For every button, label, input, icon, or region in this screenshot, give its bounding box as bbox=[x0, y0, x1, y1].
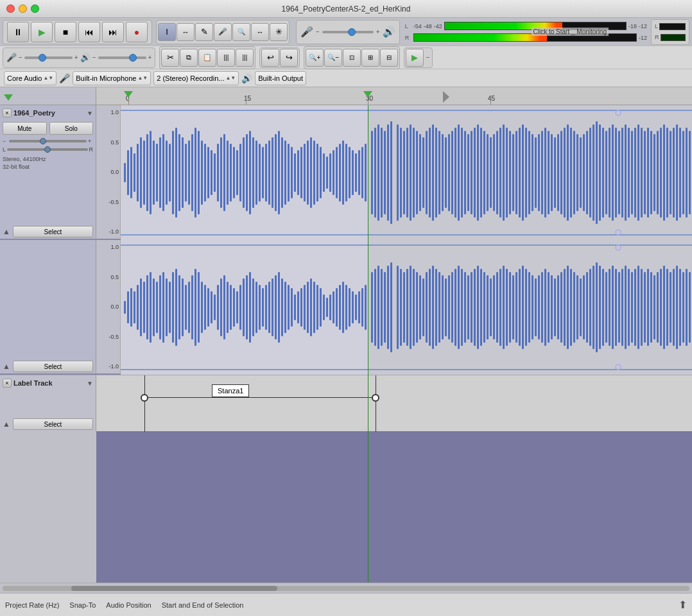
play-meter-L[interactable] bbox=[659, 23, 686, 30]
silence-button[interactable]: ||| bbox=[217, 49, 235, 67]
track1-select-button[interactable]: Select bbox=[13, 226, 93, 237]
zoom-controls: 🔍+ 🔍− ⊡ ⊞ ⊟ bbox=[304, 46, 400, 69]
label-right-handle[interactable] bbox=[372, 394, 379, 402]
svg-rect-210 bbox=[188, 282, 190, 333]
copy-button[interactable]: ⧉ bbox=[180, 49, 198, 67]
svg-rect-111 bbox=[461, 128, 463, 218]
scale2-0-5: 0.5 bbox=[98, 274, 119, 280]
svg-rect-87 bbox=[381, 128, 383, 218]
label-track-dropdown-icon[interactable]: ▼ bbox=[87, 380, 93, 387]
status-up-arrow-icon[interactable]: ⬆ bbox=[679, 599, 687, 610]
svg-rect-129 bbox=[519, 128, 521, 218]
output-device-select[interactable]: Built-in Output bbox=[255, 71, 306, 85]
draw-icon: ✎ bbox=[201, 27, 208, 37]
selection-tool-button[interactable]: I bbox=[158, 23, 176, 41]
label-track-expand-icon[interactable]: ▲ bbox=[3, 420, 10, 429]
horizontal-scrollbar[interactable] bbox=[0, 583, 692, 593]
envelope-tool-button[interactable]: ↔ bbox=[177, 23, 195, 41]
ruler-45: 45 bbox=[488, 95, 495, 102]
zoom-out-button[interactable]: 🔍− bbox=[324, 49, 342, 67]
play-button[interactable]: ▶ bbox=[31, 22, 53, 42]
zoom-in-button[interactable]: 🔍+ bbox=[306, 49, 324, 67]
cut-button[interactable]: ✂ bbox=[161, 49, 179, 67]
zoom-toggle-button[interactable]: ⊟ bbox=[380, 49, 398, 67]
track1-close-button[interactable]: × bbox=[3, 108, 12, 117]
svg-rect-293 bbox=[461, 269, 463, 346]
label-track-close-button[interactable]: × bbox=[3, 379, 12, 388]
skip-forward-button[interactable]: ⏭ bbox=[102, 22, 124, 42]
undo-icon: ↩ bbox=[267, 53, 274, 62]
track1-solo-button[interactable]: Solo bbox=[49, 122, 94, 135]
track1-expand-icon[interactable]: ▲ bbox=[3, 227, 10, 236]
multi-tool-button[interactable]: ✳ bbox=[270, 23, 288, 41]
input-device-select[interactable]: Built-in Microphone ▲▼ bbox=[73, 71, 151, 85]
track2-expand-icon[interactable]: ▲ bbox=[3, 362, 10, 371]
trim-button[interactable]: ||| bbox=[236, 49, 254, 67]
track1-mute-button[interactable]: Mute bbox=[3, 122, 47, 135]
pause-button[interactable]: ⏸ bbox=[7, 22, 29, 42]
label-left-handle[interactable] bbox=[141, 394, 148, 402]
svg-rect-109 bbox=[454, 128, 456, 218]
svg-rect-232 bbox=[259, 285, 261, 330]
track2-select-button[interactable]: Select bbox=[13, 361, 93, 372]
svg-rect-272 bbox=[390, 262, 392, 352]
redo-button[interactable]: ↪ bbox=[280, 49, 298, 67]
svg-rect-137 bbox=[544, 128, 546, 218]
svg-rect-256 bbox=[336, 288, 338, 327]
output-level-slider[interactable] bbox=[98, 56, 146, 59]
svg-rect-331 bbox=[583, 275, 585, 339]
label-left-line bbox=[144, 375, 145, 432]
stop-icon: ■ bbox=[63, 27, 68, 37]
svg-rect-279 bbox=[416, 272, 418, 343]
svg-rect-348 bbox=[637, 266, 639, 349]
minimize-button[interactable] bbox=[19, 4, 27, 13]
undo-button[interactable]: ↩ bbox=[261, 49, 279, 67]
label-annotation-box[interactable]: Stanza1 bbox=[212, 384, 249, 397]
zoom-fit-button[interactable]: ⊡ bbox=[343, 49, 361, 67]
play-at-speed-button[interactable]: ▶ bbox=[406, 49, 424, 67]
stop-button[interactable]: ■ bbox=[55, 22, 76, 42]
svg-rect-273 bbox=[397, 266, 399, 349]
zoom-sel-button[interactable]: ⊞ bbox=[361, 49, 379, 67]
channels-select[interactable]: 2 (Stereo) Recordin... ▲▼ bbox=[153, 71, 239, 85]
label-track-waveform[interactable]: Stanza1 bbox=[96, 375, 692, 431]
input-level-slider[interactable] bbox=[322, 31, 374, 33]
svg-rect-230 bbox=[252, 278, 254, 336]
svg-rect-121 bbox=[493, 134, 495, 211]
svg-rect-271 bbox=[387, 266, 389, 349]
svg-rect-107 bbox=[448, 134, 450, 211]
project-rate-label: Project Rate (Hz) bbox=[5, 601, 59, 609]
draw-tool-button[interactable]: ✎ bbox=[195, 23, 213, 41]
svg-rect-198 bbox=[150, 272, 151, 343]
play-meter-R[interactable] bbox=[661, 34, 686, 41]
click-to-monitor-text[interactable]: Click to Start _ Monitoring bbox=[532, 28, 609, 36]
svg-rect-336 bbox=[599, 266, 601, 349]
play-meter-r: R bbox=[655, 34, 659, 40]
label-track-select-button[interactable]: Select bbox=[13, 418, 93, 430]
track1-dropdown-icon[interactable]: ▼ bbox=[87, 110, 93, 117]
close-button[interactable] bbox=[6, 4, 15, 13]
record-button[interactable]: ● bbox=[126, 22, 148, 42]
track1-waveform[interactable]: 1.0 0.5 0.0 -0.5 -1.0 bbox=[96, 105, 692, 240]
svg-rect-128 bbox=[515, 131, 517, 214]
svg-rect-95 bbox=[410, 124, 411, 221]
track1-pan-slider[interactable] bbox=[7, 148, 87, 151]
svg-rect-120 bbox=[490, 137, 492, 208]
svg-rect-268 bbox=[377, 266, 379, 349]
track2-waveform[interactable]: 1.0 0.5 0.0 -0.5 -1.0 bbox=[96, 240, 692, 375]
mic-button[interactable]: 🎤 bbox=[214, 23, 232, 41]
scrollbar-thumb[interactable] bbox=[71, 586, 277, 591]
skip-back-button[interactable]: ⏮ bbox=[78, 22, 100, 42]
svg-rect-72 bbox=[329, 153, 331, 192]
time-shift-button[interactable]: ↔ bbox=[251, 23, 269, 41]
paste-button[interactable]: 📋 bbox=[198, 49, 216, 67]
svg-rect-281 bbox=[422, 278, 424, 336]
svg-rect-355 bbox=[660, 269, 662, 346]
zoom-tool-button[interactable]: 🔍 bbox=[232, 23, 250, 41]
track1-gain-slider[interactable] bbox=[9, 140, 87, 142]
scrollbar-track[interactable] bbox=[3, 586, 689, 591]
input-gain-slider[interactable] bbox=[24, 56, 73, 59]
svg-rect-292 bbox=[458, 266, 460, 349]
maximize-button[interactable] bbox=[31, 4, 39, 13]
audio-host-select[interactable]: Core Audio ▲▼ bbox=[4, 71, 56, 85]
